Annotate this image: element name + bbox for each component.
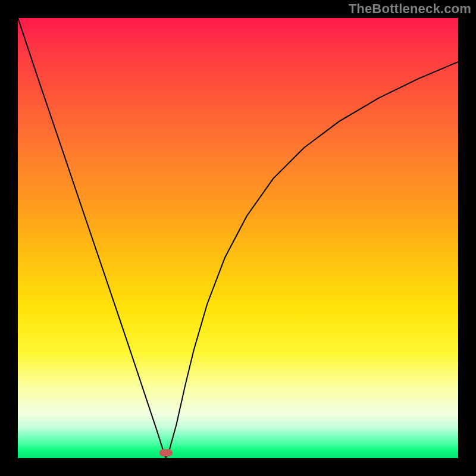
chart-container: TheBottleneck.com <box>0 0 476 476</box>
watermark-text: TheBottleneck.com <box>349 1 471 17</box>
minimum-marker <box>159 449 173 456</box>
plot-area <box>18 18 458 458</box>
bottleneck-curve <box>18 18 458 458</box>
